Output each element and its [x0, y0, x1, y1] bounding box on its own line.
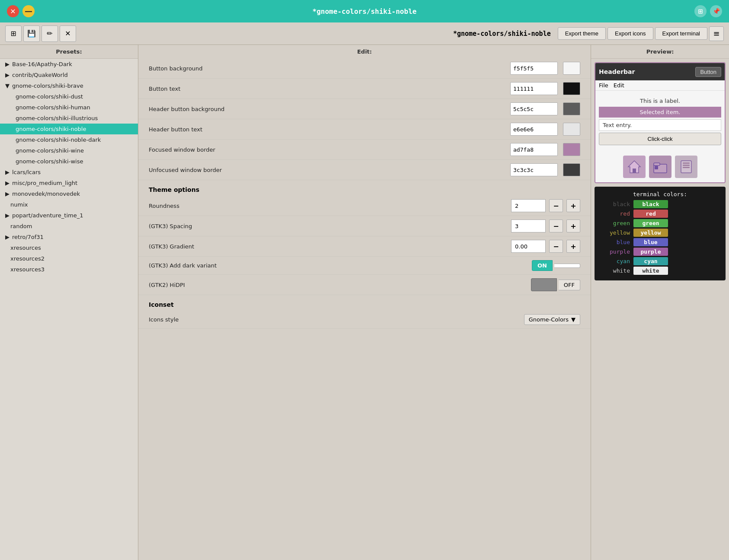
terminal-cyan-dark: cyan: [599, 258, 633, 264]
terminal-row-green: green green: [599, 219, 721, 227]
terminal-blue-dark: blue: [599, 239, 633, 245]
svg-rect-6: [683, 162, 690, 164]
gradient-spinner: 0.00 − +: [511, 240, 580, 253]
header-btn-text-row: Header button text: [138, 119, 591, 140]
titlebar-pin-button[interactable]: 📌: [710, 5, 722, 17]
toolbar-title: *gnome-colors/shiki-noble: [78, 30, 551, 38]
sidebar-item-xresources2[interactable]: xresources2: [0, 253, 138, 264]
preview-icons-row: [595, 151, 725, 182]
preview-header: Preview:: [591, 45, 729, 59]
arrow-right-icon: ▶: [5, 234, 10, 240]
header-btn-bg-input[interactable]: [510, 102, 558, 115]
button-bg-swatch[interactable]: [563, 62, 580, 75]
header-btn-text-input[interactable]: [510, 123, 558, 136]
edit-button[interactable]: ✏: [42, 25, 58, 42]
menu-button[interactable]: ≡: [709, 26, 724, 41]
preview-button[interactable]: Click-click: [599, 133, 721, 145]
unfocused-border-swatch[interactable]: [563, 163, 580, 176]
spacing-label: (GTK3) Spacing: [149, 223, 506, 229]
svg-rect-7: [683, 165, 690, 166]
sidebar: Presets: ▶ Base-16/Apathy-Dark ▶ contrib…: [0, 45, 138, 560]
focused-border-label: Focused window border: [149, 146, 505, 153]
close-button[interactable]: ✕: [7, 5, 19, 17]
button-bg-input[interactable]: [510, 62, 558, 75]
sidebar-item-shiki-wise[interactable]: gnome-colors/shiki-wise: [0, 156, 138, 167]
sidebar-item-misc-pro[interactable]: ▶ misc/pro_medium_light: [0, 178, 138, 188]
dark-variant-on-btn[interactable]: ON: [532, 260, 553, 271]
spacing-decrement[interactable]: −: [549, 220, 563, 232]
sidebar-item-xresources[interactable]: xresources: [0, 242, 138, 253]
hidpi-on-btn[interactable]: [531, 278, 557, 291]
terminal-yellow-dark: yellow: [599, 229, 633, 236]
sidebar-item-shiki-dust[interactable]: gnome-colors/shiki-dust: [0, 91, 138, 102]
preview-menubar: File Edit: [595, 80, 725, 91]
save-button[interactable]: 💾: [23, 25, 40, 42]
edit-header: Edit:: [138, 45, 591, 58]
sidebar-item-shiki-illustrious[interactable]: gnome-colors/shiki-illustrious: [0, 113, 138, 124]
terminal-green-dark: green: [599, 220, 633, 226]
arrow-right-icon: ▶: [5, 212, 10, 219]
theme-options-section-label: Theme options: [138, 180, 591, 196]
preview-text-entry[interactable]: Text entry.: [599, 119, 721, 131]
focused-border-swatch[interactable]: [563, 143, 580, 156]
preview-panel: Preview: Headerbar Button File Edit This…: [591, 45, 729, 560]
hidpi-toggle: OFF: [531, 278, 580, 291]
sidebar-item-gnome-shiki-brave[interactable]: ▼ gnome-colors/shiki-brave: [0, 80, 138, 91]
spacing-increment[interactable]: +: [566, 220, 580, 232]
sidebar-item-popart[interactable]: ▶ popart/adventure_time_1: [0, 210, 138, 221]
unfocused-border-input[interactable]: [510, 163, 558, 176]
roundness-decrement[interactable]: −: [549, 199, 563, 212]
sidebar-item-base16-apathy-dark[interactable]: ▶ Base-16/Apathy-Dark: [0, 59, 138, 70]
header-btn-text-swatch[interactable]: [563, 123, 580, 136]
export-icons-button[interactable]: Export icons: [608, 27, 653, 40]
button-text-swatch[interactable]: [563, 82, 580, 95]
sidebar-item-random[interactable]: random: [0, 221, 138, 232]
roundness-increment[interactable]: +: [566, 199, 580, 212]
preview-headerbar-button[interactable]: Button: [695, 67, 721, 77]
export-theme-button[interactable]: Export theme: [558, 27, 606, 40]
delete-button[interactable]: ✕: [60, 25, 76, 42]
button-bg-label: Button background: [149, 65, 505, 72]
terminal-section: terminal colors: black black red red gre…: [595, 187, 726, 280]
button-text-row: Button text: [138, 79, 591, 99]
dark-variant-off-btn[interactable]: [554, 264, 580, 268]
header-btn-bg-swatch[interactable]: [563, 102, 580, 115]
sidebar-item-shiki-noble-dark[interactable]: gnome-colors/shiki-noble-dark: [0, 134, 138, 145]
hidpi-off-label[interactable]: OFF: [559, 280, 580, 290]
sidebar-item-lcars[interactable]: ▶ lcars/lcars: [0, 167, 138, 178]
sidebar-item-numix[interactable]: numix: [0, 199, 138, 210]
gradient-decrement[interactable]: −: [549, 240, 563, 253]
sidebar-item-shiki-wine[interactable]: gnome-colors/shiki-wine: [0, 145, 138, 156]
preview-menu-edit[interactable]: Edit: [614, 82, 624, 89]
arrow-right-icon: ▶: [5, 169, 10, 175]
toolbar: ⊞ 💾 ✏ ✕ *gnome-colors/shiki-noble Export…: [0, 22, 729, 45]
sidebar-item-retro[interactable]: ▶ retro/7of31: [0, 232, 138, 242]
sidebar-item-shiki-human[interactable]: gnome-colors/shiki-human: [0, 102, 138, 113]
button-text-input[interactable]: [510, 82, 558, 95]
arrow-right-icon: ▶: [5, 72, 10, 78]
export-terminal-button[interactable]: Export terminal: [655, 27, 707, 40]
terminal-red-swatch: red: [633, 210, 668, 218]
preview-menu-file[interactable]: File: [599, 82, 608, 89]
sidebar-item-xresources3[interactable]: xresources3: [0, 264, 138, 275]
main-area: Presets: ▶ Base-16/Apathy-Dark ▶ contrib…: [0, 45, 729, 560]
titlebar-icon-button[interactable]: ⊞: [694, 5, 707, 17]
terminal-row-blue: blue blue: [599, 238, 721, 246]
svg-rect-3: [654, 163, 660, 165]
sidebar-item-monovedek[interactable]: ▶ monovedek/monovedek: [0, 188, 138, 199]
preview-selected-item: Selected item.: [599, 107, 721, 118]
focused-border-input[interactable]: [510, 143, 558, 156]
terminal-title: terminal colors:: [599, 191, 721, 197]
roundness-value: 2: [511, 199, 546, 212]
minimize-button[interactable]: —: [22, 5, 35, 17]
preview-headerbar-label: Headerbar: [599, 68, 692, 75]
terminal-row-white: white white: [599, 267, 721, 275]
svg-rect-4: [655, 166, 658, 169]
icons-style-dropdown[interactable]: Gnome-Colors ▼: [524, 314, 580, 325]
sidebar-item-shiki-noble[interactable]: gnome-colors/shiki-noble: [0, 124, 138, 134]
new-button[interactable]: ⊞: [5, 25, 22, 42]
gradient-value: 0.00: [511, 240, 546, 253]
gradient-increment[interactable]: +: [566, 240, 580, 253]
arrow-right-icon: ▶: [5, 180, 10, 186]
sidebar-item-contrib-quakeworld[interactable]: ▶ contrib/QuakeWorld: [0, 70, 138, 80]
